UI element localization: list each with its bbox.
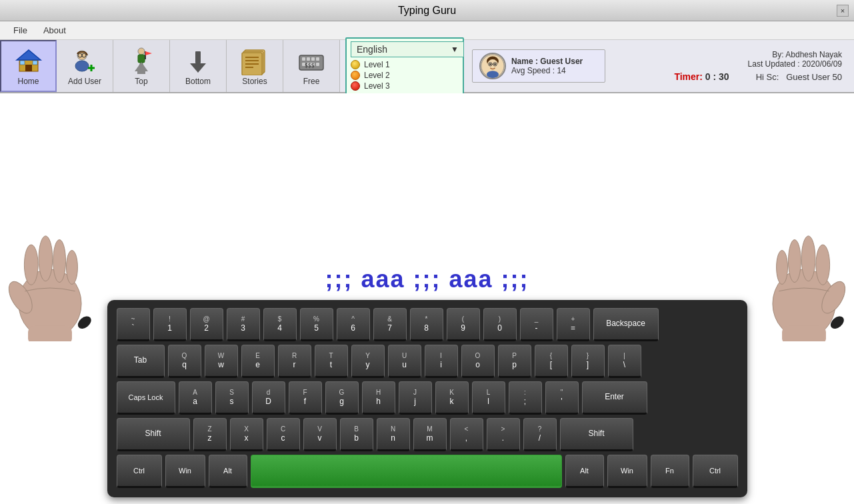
key-lbracket[interactable]: {[ xyxy=(535,345,568,378)
key-r[interactable]: Rr xyxy=(278,345,311,378)
toolbar-top[interactable]: Top xyxy=(113,40,170,92)
key-p[interactable]: Pp xyxy=(498,345,531,378)
key-ctrl-right[interactable]: Ctrl xyxy=(693,455,738,488)
key-alt-right[interactable]: Alt xyxy=(565,455,604,488)
hi-score-label: Hi Sc: xyxy=(756,72,784,82)
key-n[interactable]: Nn xyxy=(377,418,410,451)
key-t[interactable]: Tt xyxy=(315,345,348,378)
menu-file[interactable]: File xyxy=(5,23,35,38)
key-period[interactable]: >. xyxy=(487,418,520,451)
key-e[interactable]: Ee xyxy=(241,345,275,378)
key-b[interactable]: Bb xyxy=(340,418,373,451)
key-o[interactable]: Oo xyxy=(461,345,495,378)
key-6[interactable]: ^6 xyxy=(337,308,370,341)
svg-rect-36 xyxy=(316,63,319,66)
key-ctrl-left[interactable]: Ctrl xyxy=(117,455,162,488)
svg-rect-13 xyxy=(138,55,145,63)
key-rbracket[interactable]: }] xyxy=(571,345,605,378)
key-shift-left[interactable]: Shift xyxy=(117,418,190,451)
key-d[interactable]: dD xyxy=(252,381,285,415)
key-z[interactable]: Zz xyxy=(193,418,227,451)
svg-rect-61 xyxy=(782,325,826,341)
key-semicolon[interactable]: :; xyxy=(509,381,542,415)
key-slash[interactable]: ?/ xyxy=(523,418,557,451)
toolbar-right-panel: English Hindi Punjabi ▼ Level 1 Level 2 … xyxy=(340,40,854,92)
language-dropdown[interactable]: English Hindi Punjabi xyxy=(351,41,464,57)
hi-score-display: Hi Sc: Guest User 50 xyxy=(756,72,842,82)
key-i[interactable]: Ii xyxy=(425,345,458,378)
svg-rect-53 xyxy=(28,325,72,341)
svg-marker-17 xyxy=(145,51,152,55)
hi-score-value: Guest User 50 xyxy=(786,72,842,82)
key-f[interactable]: Ff xyxy=(289,381,322,415)
key-4[interactable]: $4 xyxy=(263,308,297,341)
svg-rect-33 xyxy=(316,57,319,61)
key-2[interactable]: @2 xyxy=(190,308,223,341)
key-a[interactable]: Aa xyxy=(179,381,212,415)
toolbar-add-user[interactable]: Add User xyxy=(57,40,113,92)
key-9[interactable]: (9 xyxy=(447,308,480,341)
user-details: Name : Guest User Avg Speed : 14 xyxy=(511,57,583,75)
toolbar-free[interactable]: $$$ Free xyxy=(283,40,340,92)
keyboard: ~` !1 @2 #3 $4 %5 ^6 &7 *8 (9 )0 _- += B… xyxy=(107,300,747,497)
key-l[interactable]: Ll xyxy=(472,381,505,415)
left-hand xyxy=(7,235,93,341)
key-v[interactable]: Vv xyxy=(303,418,337,451)
last-updated: Last Updated : 2020/06/09 xyxy=(748,59,842,69)
key-equals[interactable]: += xyxy=(557,308,590,341)
toolbar-stories[interactable]: Stories xyxy=(227,40,283,92)
level-3-item[interactable]: Level 3 xyxy=(351,81,459,91)
key-fn[interactable]: Fn xyxy=(651,455,689,488)
svg-point-57 xyxy=(816,245,830,285)
key-w[interactable]: Ww xyxy=(205,345,238,378)
svg-rect-31 xyxy=(307,57,310,61)
key-u[interactable]: Uu xyxy=(388,345,421,378)
key-tab[interactable]: Tab xyxy=(117,345,165,378)
key-x[interactable]: Xx xyxy=(230,418,263,451)
key-q[interactable]: Qq xyxy=(168,345,201,378)
key-minus[interactable]: _- xyxy=(520,308,553,341)
toolbar-bottom[interactable]: Bottom xyxy=(170,40,227,92)
key-g[interactable]: Gg xyxy=(325,381,359,415)
key-s[interactable]: Ss xyxy=(215,381,249,415)
close-button[interactable]: × xyxy=(837,5,849,17)
timer-display: Timer: 0 : 30 xyxy=(674,71,729,82)
level-1-item[interactable]: Level 1 xyxy=(351,60,459,69)
key-space[interactable] xyxy=(251,455,562,488)
toolbar-home[interactable]: Home xyxy=(0,40,57,92)
key-backslash[interactable]: |\ xyxy=(608,345,641,378)
author-name: By: Abdhesh Nayak xyxy=(748,50,842,59)
key-backspace[interactable]: Backspace xyxy=(593,308,659,341)
svg-point-51 xyxy=(53,240,66,283)
levels-list: Level 1 Level 2 Level 3 xyxy=(351,60,459,91)
key-c[interactable]: Cc xyxy=(267,418,300,451)
toolbar-free-label: Free xyxy=(303,77,320,86)
key-k[interactable]: Kk xyxy=(435,381,469,415)
svg-rect-32 xyxy=(311,57,315,61)
key-win-left[interactable]: Win xyxy=(165,455,205,488)
key-0[interactable]: )0 xyxy=(483,308,517,341)
language-selector-container: English Hindi Punjabi ▼ xyxy=(351,41,459,57)
key-8[interactable]: *8 xyxy=(410,308,443,341)
key-y[interactable]: Yy xyxy=(351,345,385,378)
key-quote[interactable]: "' xyxy=(545,381,579,415)
key-capslock[interactable]: Caps Lock xyxy=(117,381,175,415)
svg-point-58 xyxy=(801,236,815,281)
key-j[interactable]: Jj xyxy=(399,381,432,415)
key-win-right[interactable]: Win xyxy=(607,455,647,488)
svg-point-46 xyxy=(487,71,499,78)
key-comma[interactable]: <, xyxy=(450,418,483,451)
key-backtick[interactable]: ~` xyxy=(117,308,150,341)
key-m[interactable]: Mm xyxy=(413,418,447,451)
svg-point-50 xyxy=(39,236,53,281)
key-shift-right[interactable]: Shift xyxy=(560,418,633,451)
key-5[interactable]: %5 xyxy=(300,308,333,341)
key-1[interactable]: !1 xyxy=(153,308,187,341)
key-3[interactable]: #3 xyxy=(227,308,260,341)
key-enter[interactable]: Enter xyxy=(582,381,647,415)
menu-about[interactable]: About xyxy=(35,23,74,38)
key-7[interactable]: &7 xyxy=(373,308,407,341)
key-h[interactable]: Hh xyxy=(362,381,395,415)
level-2-item[interactable]: Level 2 xyxy=(351,71,459,80)
key-alt-left[interactable]: Alt xyxy=(209,455,247,488)
